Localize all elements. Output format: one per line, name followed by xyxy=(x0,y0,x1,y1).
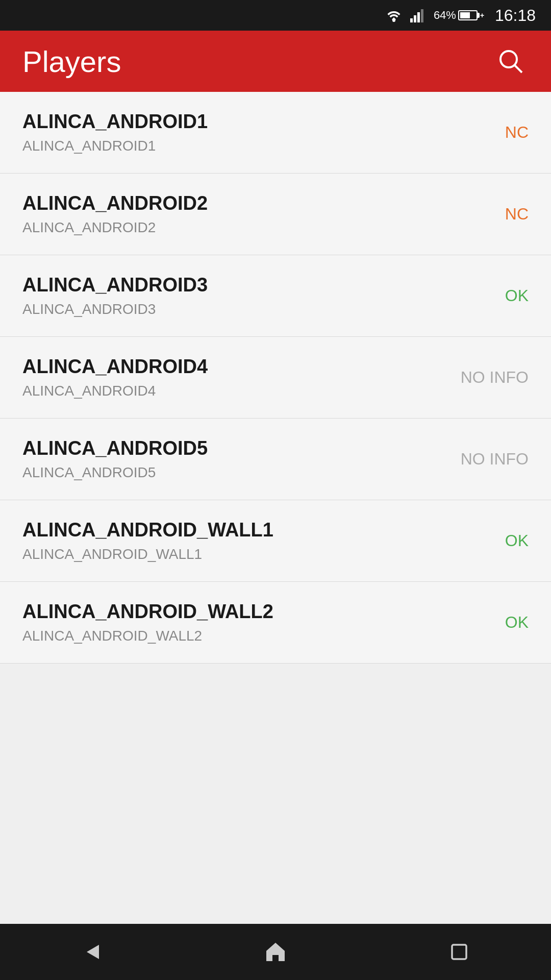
nav-bar xyxy=(0,924,551,980)
back-icon xyxy=(81,941,103,963)
player-info: ALINCA_ANDROID2 ALINCA_ANDROID2 xyxy=(22,192,208,236)
player-status: NO INFO xyxy=(461,450,529,469)
svg-text:+: + xyxy=(480,11,484,19)
player-id: ALINCA_ANDROID_WALL2 xyxy=(22,628,273,644)
search-button[interactable] xyxy=(493,43,529,79)
svg-rect-1 xyxy=(410,18,413,22)
player-info: ALINCA_ANDROID_WALL1 ALINCA_ANDROID_WALL… xyxy=(22,519,273,562)
svg-rect-4 xyxy=(421,9,423,22)
player-info: ALINCA_ANDROID1 ALINCA_ANDROID1 xyxy=(22,111,208,154)
player-status: OK xyxy=(467,613,529,632)
player-id: ALINCA_ANDROID_WALL1 xyxy=(22,546,273,562)
player-name: ALINCA_ANDROID2 xyxy=(22,192,208,214)
player-name: ALINCA_ANDROID_WALL2 xyxy=(22,601,273,623)
list-item[interactable]: ALINCA_ANDROID2 ALINCA_ANDROID2 NC xyxy=(0,174,551,255)
status-icons: 64% + 16:18 xyxy=(385,6,536,25)
player-status: NC xyxy=(467,123,529,142)
list-item[interactable]: ALINCA_ANDROID_WALL1 ALINCA_ANDROID_WALL… xyxy=(0,500,551,582)
battery-percent: 64% xyxy=(434,9,456,22)
player-info: ALINCA_ANDROID_WALL2 ALINCA_ANDROID_WALL… xyxy=(22,601,273,644)
svg-point-0 xyxy=(392,19,395,22)
player-name: ALINCA_ANDROID4 xyxy=(22,356,208,378)
home-button[interactable] xyxy=(245,932,306,972)
player-id: ALINCA_ANDROID3 xyxy=(22,301,208,317)
svg-marker-8 xyxy=(87,945,99,959)
list-item[interactable]: ALINCA_ANDROID3 ALINCA_ANDROID3 OK xyxy=(0,255,551,337)
list-item[interactable]: ALINCA_ANDROID1 ALINCA_ANDROID1 NC xyxy=(0,92,551,174)
svg-rect-2 xyxy=(414,15,416,22)
signal-icon xyxy=(410,8,427,22)
svg-rect-10 xyxy=(452,945,466,959)
svg-marker-9 xyxy=(266,943,285,961)
player-status: OK xyxy=(467,286,529,305)
player-id: ALINCA_ANDROID5 xyxy=(22,464,208,481)
recents-icon xyxy=(449,942,469,962)
player-id: ALINCA_ANDROID1 xyxy=(22,138,208,154)
search-icon xyxy=(497,48,524,75)
svg-rect-3 xyxy=(417,12,420,22)
player-name: ALINCA_ANDROID1 xyxy=(22,111,208,133)
player-status: NO INFO xyxy=(461,368,529,387)
list-item[interactable]: ALINCA_ANDROID4 ALINCA_ANDROID4 NO INFO xyxy=(0,337,551,419)
player-list: ALINCA_ANDROID1 ALINCA_ANDROID1 NC ALINC… xyxy=(0,92,551,924)
status-bar: 64% + 16:18 xyxy=(0,0,551,31)
list-item[interactable]: ALINCA_ANDROID5 ALINCA_ANDROID5 NO INFO xyxy=(0,419,551,500)
player-info: ALINCA_ANDROID4 ALINCA_ANDROID4 xyxy=(22,356,208,399)
list-item[interactable]: ALINCA_ANDROID_WALL2 ALINCA_ANDROID_WALL… xyxy=(0,582,551,664)
player-status: OK xyxy=(467,531,529,550)
player-name: ALINCA_ANDROID_WALL1 xyxy=(22,519,273,541)
player-id: ALINCA_ANDROID2 xyxy=(22,219,208,236)
player-id: ALINCA_ANDROID4 xyxy=(22,383,208,399)
player-info: ALINCA_ANDROID3 ALINCA_ANDROID3 xyxy=(22,274,208,317)
svg-line-7 xyxy=(514,65,522,72)
app-bar: Players xyxy=(0,31,551,92)
charging-icon: + xyxy=(480,11,488,19)
wifi-icon xyxy=(385,8,403,22)
player-status: NC xyxy=(467,205,529,224)
battery-indicator: 64% + xyxy=(434,9,488,22)
status-time: 16:18 xyxy=(495,6,536,25)
recents-button[interactable] xyxy=(429,932,490,972)
player-name: ALINCA_ANDROID3 xyxy=(22,274,208,296)
home-icon xyxy=(264,941,287,963)
page-title: Players xyxy=(22,44,121,79)
back-button[interactable] xyxy=(61,932,122,972)
player-name: ALINCA_ANDROID5 xyxy=(22,437,208,459)
player-info: ALINCA_ANDROID5 ALINCA_ANDROID5 xyxy=(22,437,208,481)
